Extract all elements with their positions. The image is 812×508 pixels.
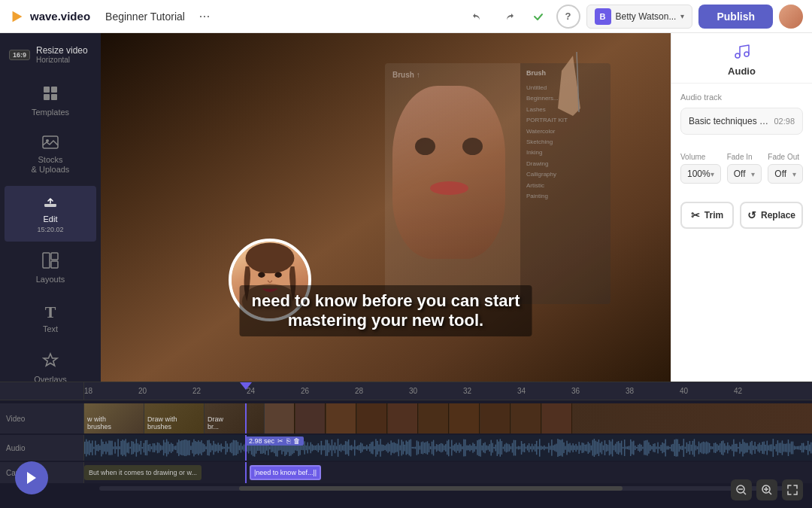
svg-rect-234: [398, 440, 399, 457]
svg-rect-422: [683, 439, 685, 457]
svg-rect-118: [223, 446, 224, 449]
svg-rect-453: [730, 446, 732, 449]
svg-rect-70: [150, 444, 151, 452]
svg-rect-316: [523, 444, 524, 452]
panel-title: Audio: [728, 65, 756, 77]
sidebar-item-layouts[interactable]: Layouts: [5, 245, 96, 292]
sidebar-item-overlays[interactable]: Overlays& Stickers: [5, 345, 96, 382]
svg-rect-89: [178, 440, 180, 456]
svg-rect-284: [474, 444, 475, 452]
play-button[interactable]: [15, 461, 48, 494]
svg-point-24: [735, 53, 740, 58]
video-area: Brush UntitledBeginners...LashesPORTRAIT…: [101, 33, 671, 382]
svg-rect-76: [159, 443, 160, 453]
replace-button[interactable]: ↺ Replace: [740, 202, 803, 229]
svg-rect-299: [497, 440, 498, 456]
svg-rect-504: [807, 441, 809, 455]
svg-rect-482: [774, 446, 776, 449]
sidebar-item-edit[interactable]: Edit15:20.02: [5, 186, 96, 242]
svg-rect-65: [142, 447, 144, 449]
zoom-out-button[interactable]: [731, 479, 752, 500]
svg-rect-365: [597, 442, 598, 454]
svg-rect-71: [151, 446, 153, 449]
svg-rect-390: [635, 446, 636, 450]
svg-rect-319: [527, 445, 529, 450]
svg-rect-42: [107, 443, 108, 452]
sidebar-item-text[interactable]: T Text: [5, 295, 96, 342]
svg-rect-53: [123, 440, 125, 455]
svg-rect-227: [387, 443, 389, 453]
user-avatar[interactable]: [779, 5, 803, 29]
svg-rect-85: [172, 444, 174, 452]
caption-clip-selected[interactable]: |need to know bef...||: [250, 465, 321, 480]
svg-rect-178: [314, 446, 315, 451]
scrollbar-thumb[interactable]: [239, 486, 623, 491]
fade-out-select[interactable]: Off ▾: [768, 164, 803, 184]
svg-rect-313: [518, 446, 520, 449]
svg-rect-196: [341, 443, 342, 452]
svg-rect-455: [733, 439, 735, 456]
redo-button[interactable]: [496, 5, 520, 29]
text-icon: T: [45, 303, 56, 322]
sidebar-item-stocks[interactable]: Stocks& Uploads: [5, 128, 96, 182]
svg-rect-283: [472, 443, 474, 453]
fit-button[interactable]: [782, 479, 803, 500]
svg-rect-351: [575, 444, 577, 452]
confirm-button[interactable]: [526, 5, 550, 29]
svg-rect-369: [603, 446, 604, 450]
svg-rect-276: [462, 446, 463, 449]
svg-rect-469: [754, 442, 756, 454]
audio-track-card[interactable]: Basic techniques you need to know... 02:…: [680, 108, 803, 135]
trim-button[interactable]: ✂ Trim: [680, 202, 734, 229]
resize-label-main: Resize video: [36, 45, 88, 56]
svg-rect-323: [533, 446, 535, 449]
audio-copy-icon[interactable]: ⎘: [286, 437, 290, 445]
undo-button[interactable]: [466, 5, 490, 29]
audio-panel: Audio Audio track Basic techniques you n…: [671, 33, 812, 382]
svg-rect-356: [583, 443, 584, 453]
svg-rect-193: [336, 446, 338, 450]
timeline-scrollbar[interactable]: [99, 486, 797, 491]
svg-rect-407: [660, 445, 662, 451]
trim-icon: ✂: [691, 209, 700, 221]
svg-rect-452: [729, 446, 730, 451]
sidebar-item-templates[interactable]: Templates: [5, 78, 96, 125]
svg-rect-355: [581, 443, 583, 453]
svg-rect-36: [98, 444, 99, 452]
svg-rect-173: [305, 446, 307, 451]
svg-rect-269: [451, 440, 453, 456]
svg-rect-229: [390, 440, 392, 455]
svg-rect-400: [650, 445, 651, 451]
fade-in-select[interactable]: Off ▾: [727, 164, 762, 184]
svg-rect-451: [727, 443, 729, 454]
svg-rect-282: [471, 446, 472, 450]
svg-rect-379: [618, 441, 620, 455]
caption-clip-before[interactable]: But when it comes to drawing or w...: [84, 465, 201, 480]
sidebar-top: 16:9 Resize video Horizontal: [0, 33, 101, 76]
sidebar-item-resize[interactable]: 16:9 Resize video Horizontal: [0, 39, 101, 70]
help-button[interactable]: ?: [556, 5, 580, 29]
audio-cut-icon[interactable]: ✂: [277, 437, 283, 445]
audio-delete-icon[interactable]: 🗑: [293, 437, 300, 445]
svg-rect-297: [494, 447, 495, 449]
zoom-in-button[interactable]: [756, 479, 777, 500]
svg-rect-128: [238, 442, 239, 454]
playhead-head[interactable]: [245, 382, 252, 390]
svg-rect-31: [90, 443, 92, 452]
svg-rect-131: [242, 446, 244, 450]
audio-track-label: Audio track: [680, 93, 803, 102]
workspace-selector[interactable]: B Betty Watson... ▾: [586, 5, 693, 29]
svg-rect-111: [211, 445, 213, 450]
svg-rect-109: [208, 440, 210, 456]
svg-rect-66: [144, 443, 145, 453]
svg-rect-202: [350, 446, 351, 450]
publish-button[interactable]: Publish: [698, 5, 773, 29]
more-options-button[interactable]: ···: [194, 6, 215, 27]
svg-rect-215: [369, 444, 371, 452]
svg-rect-287: [478, 440, 480, 456]
volume-select[interactable]: 100% ▾: [680, 164, 721, 184]
svg-rect-280: [468, 446, 469, 451]
svg-rect-114: [216, 445, 217, 452]
svg-rect-408: [662, 443, 663, 454]
logo[interactable]: wave.video: [9, 8, 90, 25]
